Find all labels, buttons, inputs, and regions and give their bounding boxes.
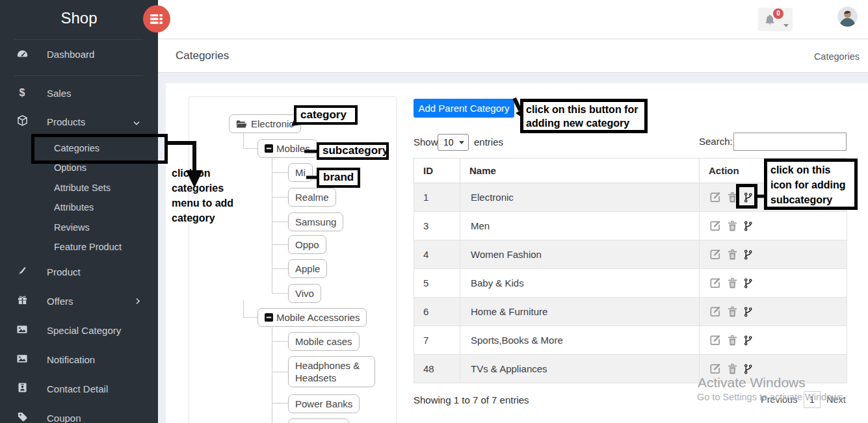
- annotation-add-button-note: click on this button for adding new cate…: [520, 99, 648, 133]
- page-length-select[interactable]: 10: [438, 134, 469, 151]
- tree-node-electronic[interactable]: Electronic: [229, 114, 301, 133]
- table-row: 48TVs & Appliances: [414, 355, 847, 383]
- bars-icon: [150, 14, 164, 25]
- sidebar-item-coupon[interactable]: Coupon: [0, 408, 158, 423]
- tree-node-label: Mi: [295, 166, 306, 179]
- entries-label: entries: [474, 134, 503, 151]
- cube-icon: [16, 115, 29, 128]
- tree-node-label: Electronic: [251, 118, 294, 130]
- cell-action: [700, 298, 847, 326]
- tree-connector: [243, 133, 244, 149]
- code-branch-icon[interactable]: [743, 306, 753, 318]
- edit-icon[interactable]: [709, 277, 722, 289]
- code-branch-icon[interactable]: [743, 249, 753, 261]
- edit-icon[interactable]: [709, 363, 722, 375]
- trash-icon[interactable]: [728, 277, 737, 289]
- cell-name: Women Fashion: [460, 240, 700, 269]
- tree-node-mobile-accessories[interactable]: Mobile Accessories: [257, 308, 367, 327]
- caret-down-icon: [459, 141, 464, 144]
- cell-id: 1: [414, 183, 460, 212]
- tree-node-apple[interactable]: Apple: [288, 259, 327, 278]
- notifications-button[interactable]: 0: [758, 8, 793, 31]
- tree-connector: [243, 148, 257, 149]
- image-icon: [16, 354, 29, 365]
- show-label: Show: [414, 134, 438, 151]
- tree-node-realme[interactable]: Realme: [288, 188, 336, 207]
- code-branch-icon[interactable]: [743, 277, 753, 289]
- tree-node-label: Apple: [295, 263, 320, 275]
- code-branch-icon[interactable]: [743, 363, 753, 375]
- trash-icon[interactable]: [728, 306, 737, 318]
- pagination-page-1[interactable]: 1: [804, 391, 821, 408]
- cell-action: [700, 355, 847, 383]
- annotation-brand-label: brand: [317, 168, 360, 188]
- tree-node-mobile-cases[interactable]: Mobile cases: [288, 332, 360, 351]
- chevron-right-icon: [136, 296, 140, 307]
- edit-icon[interactable]: [709, 248, 722, 261]
- tree-node-power-banks[interactable]: Power Banks: [288, 394, 360, 413]
- sidebar-item-sales[interactable]: $ Sales: [0, 83, 158, 103]
- sidebar-item-offers[interactable]: Offers: [0, 291, 158, 311]
- column-header-id[interactable]: ID: [414, 159, 460, 183]
- pagination-previous[interactable]: Previous: [761, 394, 797, 405]
- sidebar-item-product[interactable]: Product: [0, 262, 158, 281]
- column-header-name[interactable]: Name: [460, 159, 700, 183]
- tree-connector: [272, 197, 288, 198]
- product-icon: [16, 266, 29, 277]
- tree-connector: [272, 157, 272, 294]
- divider: [14, 75, 143, 76]
- edit-icon[interactable]: [709, 334, 722, 346]
- trash-icon[interactable]: [728, 249, 737, 261]
- edit-icon[interactable]: [709, 220, 722, 232]
- sidebar-item-reviews[interactable]: Reviews: [0, 218, 158, 237]
- search-input[interactable]: [733, 133, 847, 151]
- sidebar-item-attribute-sets[interactable]: Attribute Sets: [0, 178, 158, 198]
- tree-node-vivo[interactable]: Vivo: [288, 284, 321, 303]
- sidebar-item-feature-product[interactable]: Feature Product: [0, 237, 158, 257]
- sidebar-item-special-category[interactable]: Special Category: [0, 320, 158, 340]
- table-row: 6Home & Furniture: [414, 298, 847, 326]
- tree-node-mobiles[interactable]: Mobiles: [257, 139, 317, 158]
- tree-connector: [272, 403, 288, 404]
- tree-connector: [272, 222, 288, 222]
- code-branch-icon[interactable]: [743, 220, 753, 232]
- tree-node-headphones-headsets[interactable]: Headphones & Headsets: [288, 356, 375, 387]
- annotation-branch-icon-note: click on this icon for adding subcategor…: [764, 159, 858, 210]
- tree-connector: [272, 172, 288, 173]
- sidebar-item-attributes[interactable]: Attributes: [0, 198, 158, 217]
- cell-id: 5: [414, 269, 460, 298]
- edit-icon[interactable]: [709, 191, 722, 203]
- trash-icon[interactable]: [728, 335, 737, 346]
- tree-connector: [272, 293, 288, 294]
- cell-name: Sports,Books & More: [460, 326, 700, 355]
- annotation-rect-branch-icon: [736, 184, 757, 209]
- sidebar-item-products[interactable]: Products: [0, 112, 158, 131]
- chevron-down-icon: [133, 116, 140, 127]
- page-header: Categories Categories: [158, 40, 868, 73]
- cell-name: Electronic: [460, 183, 700, 212]
- sidebar: Shop Dashboard $ Sales Products Categori…: [0, 0, 158, 423]
- tree-node-mi[interactable]: Mi: [288, 163, 313, 182]
- sidebar-item-notification[interactable]: Notification: [0, 350, 158, 369]
- add-parent-category-button[interactable]: Add Parent Category: [414, 99, 514, 118]
- cell-name: Home & Furniture: [460, 298, 700, 326]
- sidebar-toggle-button[interactable]: [143, 5, 170, 32]
- cell-id: 7: [414, 326, 460, 355]
- annotation-category-label: category: [294, 105, 358, 125]
- tree-node-label: Vivo: [295, 287, 314, 300]
- edit-icon[interactable]: [709, 305, 722, 318]
- tree-node-samsung[interactable]: Samsung: [288, 212, 343, 231]
- cell-id: 4: [414, 240, 460, 269]
- pagination-next[interactable]: Next: [826, 394, 846, 405]
- tree-node-oppo[interactable]: Oppo: [288, 235, 326, 254]
- trash-icon[interactable]: [728, 220, 737, 232]
- tree-node-partial[interactable]: [288, 418, 349, 423]
- avatar[interactable]: [837, 6, 858, 27]
- notification-badge: 0: [773, 8, 783, 19]
- table-row: 3Men: [414, 212, 847, 240]
- sidebar-item-contact-detail[interactable]: Contact Detail: [0, 379, 158, 398]
- sidebar-item-dashboard[interactable]: Dashboard: [0, 44, 158, 64]
- code-branch-icon[interactable]: [743, 335, 753, 346]
- trash-icon[interactable]: [728, 363, 737, 375]
- gift-icon: [16, 295, 29, 307]
